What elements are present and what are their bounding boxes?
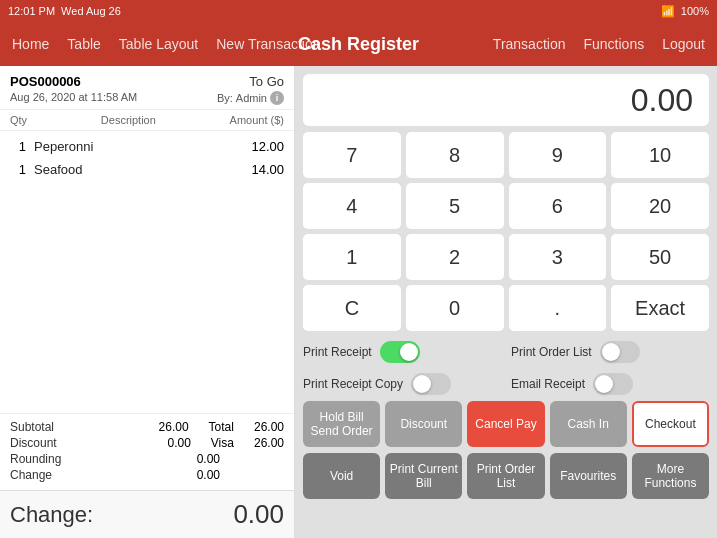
nav-table[interactable]: Table	[67, 36, 100, 52]
action-btn-void[interactable]: Void	[303, 453, 380, 499]
change-row: Change 0.00 — —	[10, 468, 284, 482]
action-btn-print-order-list[interactable]: Print Order List	[467, 453, 544, 499]
action-btn-print-current-bill[interactable]: Print Current Bill	[385, 453, 462, 499]
visa-value: 26.00	[254, 436, 284, 450]
col-qty: Qty	[10, 114, 27, 126]
print-order-list-label: Print Order List	[511, 345, 592, 359]
print-receipt-copy-group: Print Receipt Copy	[303, 373, 501, 395]
email-receipt-label: Email Receipt	[511, 377, 585, 391]
page-title: Cash Register	[298, 34, 419, 55]
order-date: Aug 26, 2020 at 11:58 AM	[10, 91, 137, 103]
numpad-btn-8[interactable]: 8	[406, 132, 504, 178]
action-btn-cancel-pay[interactable]: Cancel Pay	[467, 401, 544, 447]
status-time: 12:01 PM	[8, 5, 55, 17]
email-receipt-toggle[interactable]	[593, 373, 633, 395]
item-desc-0: Peperonni	[34, 139, 93, 154]
numpad-btn-10[interactable]: 10	[611, 132, 709, 178]
subtotal-value: 26.00	[159, 420, 189, 434]
numpad-btn-4[interactable]: 4	[303, 183, 401, 229]
action-btn-discount[interactable]: Discount	[385, 401, 462, 447]
table-row: 1 Peperonni 12.00	[0, 135, 294, 158]
toggle-row: Print Receipt Print Order List	[303, 337, 709, 367]
print-receipt-copy-toggle[interactable]	[411, 373, 451, 395]
change-label: Change:	[10, 502, 93, 528]
action-btn-cash-in[interactable]: Cash In	[550, 401, 627, 447]
print-order-list-group: Print Order List	[511, 341, 709, 363]
battery-status: 100%	[681, 5, 709, 17]
print-order-list-toggle[interactable]	[600, 341, 640, 363]
order-type: To Go	[249, 74, 284, 89]
nav-bar: Home Table Table Layout New Transaction …	[0, 22, 717, 66]
total-label: Total	[209, 420, 234, 434]
action-row-2: VoidPrint Current BillPrint Order ListFa…	[303, 453, 709, 499]
visa-label: Visa	[211, 436, 234, 450]
rounding-value: 0.00	[197, 452, 220, 466]
numpad-btn-c[interactable]: C	[303, 285, 401, 331]
numpad-btn-1[interactable]: 1	[303, 234, 401, 280]
print-receipt-group: Print Receipt	[303, 341, 501, 363]
nav-table-layout[interactable]: Table Layout	[119, 36, 198, 52]
item-qty-0: 1	[10, 139, 26, 154]
table-row: 1 Seafood 14.00	[0, 158, 294, 181]
nav-home[interactable]: Home	[12, 36, 49, 52]
numpad-btn-7[interactable]: 7	[303, 132, 401, 178]
email-receipt-group: Email Receipt	[511, 373, 709, 395]
toggle-row2: Print Receipt Copy Email Receipt	[303, 373, 709, 395]
left-panel: POS000006 To Go Aug 26, 2020 at 11:58 AM…	[0, 66, 295, 538]
numpad-btn-9[interactable]: 9	[509, 132, 607, 178]
change-value-small: 0.00	[197, 468, 220, 482]
wifi-icon: 📶	[661, 5, 675, 18]
action-btn-more-functions[interactable]: More Functions	[632, 453, 709, 499]
nav-left: Home Table Table Layout New Transaction	[12, 36, 321, 52]
change-label-small: Change	[10, 468, 52, 482]
change-value: 0.00	[233, 499, 284, 530]
nav-logout[interactable]: Logout	[662, 36, 705, 52]
numpad-btn-6[interactable]: 6	[509, 183, 607, 229]
nav-functions[interactable]: Functions	[583, 36, 644, 52]
numpad-btn-0[interactable]: 0	[406, 285, 504, 331]
print-receipt-toggle[interactable]	[380, 341, 420, 363]
item-desc-1: Seafood	[34, 162, 82, 177]
item-amount-0: 12.00	[251, 139, 284, 154]
discount-value: 0.00	[167, 436, 190, 450]
subtotal-row: Subtotal 26.00 Total 26.00	[10, 420, 284, 434]
status-left: 12:01 PM Wed Aug 26	[8, 5, 121, 17]
numpad-btn-3[interactable]: 3	[509, 234, 607, 280]
nav-right: Transaction Functions Logout	[493, 36, 705, 52]
item-amount-1: 14.00	[251, 162, 284, 177]
total-value: 26.00	[254, 420, 284, 434]
main-content: POS000006 To Go Aug 26, 2020 at 11:58 AM…	[0, 66, 717, 538]
display-value: 0.00	[631, 82, 693, 119]
order-by-name: Admin	[236, 92, 267, 104]
numpad-btn-.[interactable]: .	[509, 285, 607, 331]
numpad-btn-exact[interactable]: Exact	[611, 285, 709, 331]
order-header: POS000006 To Go Aug 26, 2020 at 11:58 AM…	[0, 66, 294, 110]
amount-display: 0.00	[303, 74, 709, 126]
action-btn-favourites[interactable]: Favourites	[550, 453, 627, 499]
numpad: 789104562012350C0.Exact	[303, 132, 709, 331]
status-bar: 12:01 PM Wed Aug 26 📶 100%	[0, 0, 717, 22]
subtotal-label: Subtotal	[10, 420, 54, 434]
numpad-btn-20[interactable]: 20	[611, 183, 709, 229]
col-description: Description	[101, 114, 156, 126]
numpad-btn-5[interactable]: 5	[406, 183, 504, 229]
numpad-btn-2[interactable]: 2	[406, 234, 504, 280]
order-columns: Qty Description Amount ($)	[0, 110, 294, 131]
status-right: 📶 100%	[661, 5, 709, 18]
order-items: 1 Peperonni 12.00 1 Seafood 14.00	[0, 131, 294, 413]
order-totals: Subtotal 26.00 Total 26.00 Discount 0.00…	[0, 413, 294, 490]
right-panel: 0.00 789104562012350C0.Exact Print Recei…	[295, 66, 717, 538]
action-btn-checkout[interactable]: Checkout	[632, 401, 709, 447]
nav-transaction[interactable]: Transaction	[493, 36, 566, 52]
print-receipt-copy-label: Print Receipt Copy	[303, 377, 403, 391]
rounding-label: Rounding	[10, 452, 61, 466]
status-date: Wed Aug 26	[61, 5, 121, 17]
change-bar: Change: 0.00	[0, 490, 294, 538]
action-btn-hold-bill-send-order[interactable]: Hold Bill Send Order	[303, 401, 380, 447]
rounding-row: Rounding 0.00 — —	[10, 452, 284, 466]
print-receipt-label: Print Receipt	[303, 345, 372, 359]
order-id: POS000006	[10, 74, 81, 89]
numpad-btn-50[interactable]: 50	[611, 234, 709, 280]
info-icon[interactable]: i	[270, 91, 284, 105]
order-by: By: Admin i	[217, 91, 284, 105]
